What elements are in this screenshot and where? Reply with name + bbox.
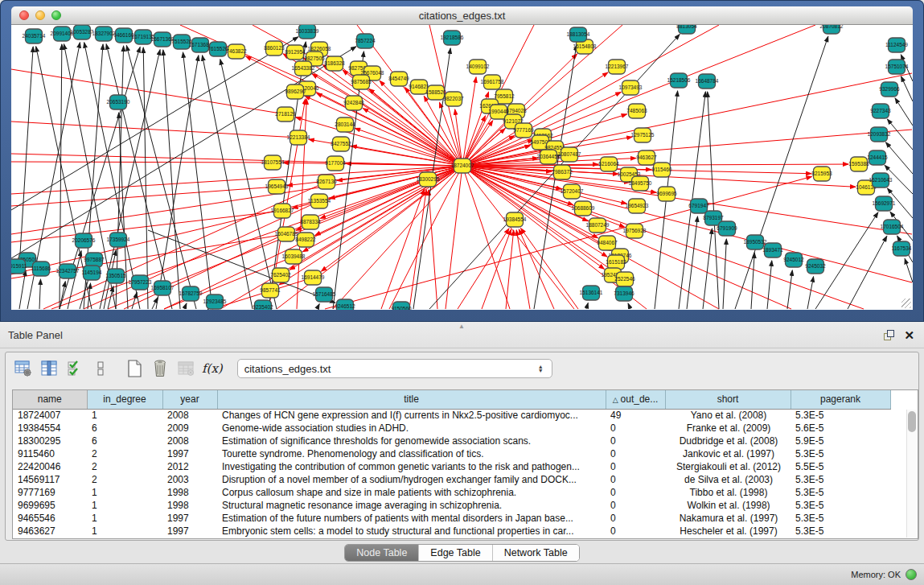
table-cell: 1	[87, 525, 162, 538]
graph-edge[interactable]	[519, 229, 554, 309]
graph-edge[interactable]	[723, 239, 726, 309]
column-header-out_de[interactable]: △out_de...	[606, 390, 665, 409]
memory-status-indicator[interactable]	[906, 569, 917, 580]
tab-network-table[interactable]: Network Table	[493, 545, 579, 561]
merge-columns-button[interactable]	[89, 357, 112, 380]
graph-edge[interactable]	[703, 229, 713, 309]
table-scrollbar-thumb[interactable]	[908, 411, 916, 432]
column-header-pagerank[interactable]: pagerank	[791, 390, 890, 409]
graph-edge[interactable]	[39, 279, 40, 309]
graph-node-label: 16039488	[282, 253, 306, 259]
resize-grip[interactable]	[901, 299, 911, 308]
column-header-title[interactable]: title	[217, 390, 606, 409]
graph-edge[interactable]	[183, 52, 212, 309]
delete-column-button[interactable]	[175, 357, 197, 380]
graph-node-label: 2803144	[335, 122, 355, 127]
graph-edge[interactable]	[11, 154, 462, 166]
graph-edge[interactable]	[815, 212, 878, 309]
select-rows-button[interactable]	[64, 357, 86, 380]
graph-edge[interactable]	[11, 122, 298, 138]
graph-edge[interactable]	[516, 230, 530, 309]
graph-edge[interactable]	[429, 190, 437, 309]
panel-collapse-handle[interactable]: ▲	[458, 323, 465, 330]
graph-node-label: 9777169	[513, 127, 534, 133]
graph-edge[interactable]	[207, 309, 208, 310]
graph-edge[interactable]	[11, 69, 285, 114]
graph-edge[interactable]	[895, 98, 913, 126]
graph-edge[interactable]	[905, 258, 913, 282]
graph-edge[interactable]	[708, 92, 719, 309]
graph-node-label: 7955812	[494, 93, 515, 99]
delete-table-icon	[152, 359, 168, 378]
delete-column-icon	[177, 360, 195, 377]
select-columns-button[interactable]	[38, 357, 60, 380]
graph-node-label: 1350515	[105, 273, 126, 278]
column-header-year[interactable]: year	[162, 390, 217, 409]
graph-edge[interactable]	[11, 166, 462, 274]
column-header-in_degree[interactable]: in_degree	[87, 390, 162, 409]
graph-edge[interactable]	[901, 76, 913, 101]
graph-edge[interactable]	[184, 303, 187, 309]
graph-node-label: 12213384	[287, 134, 310, 140]
table-row[interactable]: 946554611997Estimation of the future num…	[13, 512, 890, 525]
network-svg[interactable]: 1872400774638228860123891295418226058982…	[11, 25, 913, 310]
graph-edge[interactable]	[19, 47, 33, 266]
graph-edge[interactable]	[462, 25, 815, 166]
table-row[interactable]: 911546021997Tourette syndrome. Phenomeno…	[13, 447, 890, 460]
graph-edge[interactable]	[355, 128, 462, 166]
table-row[interactable]: 1456911722003Disruption of a novel membe…	[13, 473, 890, 486]
function-builder-button[interactable]: f(x)	[202, 361, 223, 376]
graph-edge[interactable]	[19, 270, 26, 309]
graph-edge[interactable]	[126, 46, 196, 309]
graph-edge[interactable]	[807, 277, 814, 309]
table-row[interactable]: 969969511998Structural magnetic resonanc…	[13, 499, 890, 512]
table-settings-button[interactable]	[12, 357, 35, 380]
table-cell: 19384554	[13, 422, 87, 435]
graph-edge[interactable]	[11, 162, 273, 163]
graph-edge[interactable]	[203, 56, 253, 309]
graph-edge[interactable]	[506, 230, 514, 309]
table-cell: 18724007	[13, 409, 87, 422]
graph-node-label: 9245032	[805, 263, 826, 269]
graph-edge[interactable]	[586, 303, 588, 309]
float-panel-icon[interactable]	[884, 330, 894, 340]
table-select-dropdown[interactable]: citations_edges.txt ▲▼	[237, 359, 552, 378]
new-table-button[interactable]	[123, 357, 146, 380]
graph-node-label: 7857224	[355, 38, 376, 43]
graph-edge[interactable]	[458, 229, 509, 309]
tab-node-table[interactable]: Node Table	[345, 545, 419, 561]
graph-edge[interactable]	[887, 119, 913, 150]
table-row[interactable]: 946362711997Embryonic stem cells: a mode…	[13, 525, 890, 538]
graph-edge[interactable]	[628, 303, 630, 309]
table-cell: 2	[87, 447, 162, 460]
graph-edge[interactable]	[885, 142, 913, 174]
tab-edge-table[interactable]: Edge Table	[419, 545, 492, 561]
close-panel-icon[interactable]: ✕	[904, 329, 914, 341]
table-cell: 1997	[162, 447, 217, 460]
table-row[interactable]: 1938455462009Genome-wide association stu…	[13, 422, 890, 435]
table-cell: 9465546	[13, 512, 87, 525]
table-row[interactable]: 2242004622012Investigating the contribut…	[13, 460, 890, 473]
table-cell: 2012	[162, 460, 217, 473]
table-scrollbar[interactable]	[906, 410, 917, 538]
graph-edge[interactable]	[143, 47, 148, 309]
column-header-name[interactable]: name	[13, 390, 87, 409]
column-header-short[interactable]: short	[665, 390, 791, 409]
graph-edge[interactable]	[767, 261, 772, 309]
table-row[interactable]: 1830029562008Estimation of significance …	[13, 435, 890, 447]
graph-edge[interactable]	[11, 37, 298, 210]
graph-edge[interactable]	[787, 270, 792, 309]
delete-table-button[interactable]	[149, 357, 171, 380]
table-row[interactable]: 1872400712008Changes of HCN gene express…	[13, 409, 890, 422]
graph-edge[interactable]	[11, 166, 462, 234]
graph-edge[interactable]	[446, 166, 462, 309]
graph-edge[interactable]	[848, 236, 887, 309]
graph-node-label: 7463822	[226, 48, 247, 54]
graph-edge[interactable]	[317, 304, 319, 309]
table-row[interactable]: 977716911998Corpus callosum shape and si…	[13, 486, 890, 499]
graph-edge[interactable]	[462, 166, 604, 269]
graph-edge[interactable]	[132, 292, 137, 309]
network-canvas[interactable]: 1872400774638228860123891295418226058982…	[11, 25, 913, 310]
graph-edge[interactable]	[462, 73, 912, 166]
window-titlebar[interactable]: citations_edges.txt	[11, 6, 913, 25]
